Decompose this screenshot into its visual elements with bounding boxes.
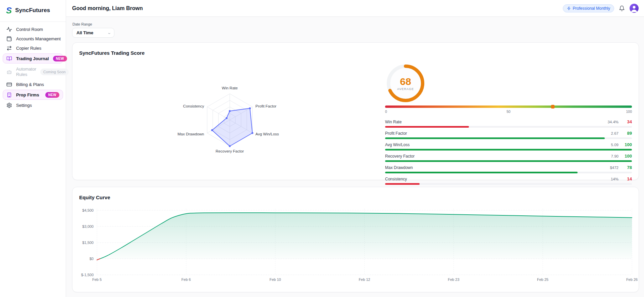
swap-arrows-icon [6,45,12,51]
svg-text:Profit Factor: Profit Factor [256,104,277,108]
metric-row-recovery-factor: Recovery Factor7.90100 [385,154,632,162]
metric-value: 34.4% [607,120,619,124]
score-panel: 68AVERAGE 0 50 100 Win Rate34.4%34Profit… [385,63,632,188]
metric-bar [385,137,632,139]
open-book-icon [6,56,12,61]
svg-text:Feb 12: Feb 12 [359,278,370,282]
sidebar-item-label: Control Room [16,27,43,32]
metric-score: 100 [623,154,632,159]
metric-row-avg-win-loss: Avg Win/Loss5.09100 [385,142,632,151]
metric-name: Consistency [385,177,611,181]
sidebar-item-control-room[interactable]: Control Room [3,25,63,34]
sidebar-item-accounts-management[interactable]: Accounts Management [3,34,63,43]
notifications-button[interactable] [619,5,625,11]
score-marker [551,105,555,109]
sidebar-item-label: Accounts Management [16,36,61,41]
sidebar-item-label: Copier Rules [16,46,41,51]
metric-name: Win Rate [385,120,607,124]
trading-score-title: SyncFutures Trading Score [79,50,145,56]
user-icon [630,4,639,13]
metric-score: 14 [623,176,632,181]
svg-text:Feb 25: Feb 25 [537,278,548,282]
sidebar-item-label: Settings [16,103,32,108]
sidebar-item-label: Trading Journal [16,56,49,61]
metric-row-consistency: Consistency14%14 [385,176,632,185]
svg-text:Max Drawdown: Max Drawdown [177,132,204,136]
building-icon [6,92,12,98]
score-metrics: Win Rate34.4%34Profit Factor2.6789Avg Wi… [385,119,632,185]
new-badge: NEW [53,56,67,61]
svg-text:$0: $0 [90,257,94,261]
svg-text:$1,500: $1,500 [82,241,94,245]
sidebar-item-prop-firms[interactable]: Prop FirmsNEW [3,90,63,100]
metric-value: 5.09 [611,143,619,147]
metric-bar [385,160,632,162]
svg-text:Recovery Factor: Recovery Factor [216,149,244,153]
metric-name: Profit Factor [385,131,611,136]
sidebar-item-trading-journal[interactable]: Trading JournalNEW [3,53,63,63]
avatar[interactable] [630,4,639,13]
svg-text:$3,000: $3,000 [82,224,94,228]
svg-text:68: 68 [400,76,411,87]
score-scale-labels: 0 50 100 [385,110,632,114]
metric-value: $472 [610,166,619,170]
svg-text:Consistency: Consistency [183,104,204,108]
svg-text:Feb 5: Feb 5 [92,278,102,282]
metric-value: 14% [611,177,619,181]
metric-name: Avg Win/Loss [385,142,611,147]
metric-name: Max Drawdown [385,165,610,170]
coming-soon-badge: Coming Soon [40,69,69,75]
sidebar-item-billing-plans[interactable]: Billing & Plans [3,80,63,89]
topbar-actions: Professional Monthly [563,4,639,13]
svg-text:Win Rate: Win Rate [222,86,237,90]
metric-name: Recovery Factor [385,154,611,159]
metric-value: 7.90 [611,154,619,158]
metric-row-max-drawdown: Max Drawdown$47278 [385,165,632,173]
metric-bar [385,172,632,173]
scale-min: 0 [385,110,387,114]
activity-icon [6,27,12,32]
trading-score-card: SyncFutures Trading Score Win RateProfit… [72,42,639,180]
metric-row-win-rate: Win Rate34.4%34 [385,119,632,128]
svg-text:Avg Win/Loss: Avg Win/Loss [256,132,279,136]
score-scale-bar [385,105,632,108]
svg-text:Feb 10: Feb 10 [269,278,281,282]
bell-icon [619,5,625,11]
sidebar-item-label: Prop Firms [16,92,39,97]
metric-bar [385,149,632,151]
metric-row-profit-factor: Profit Factor2.6789 [385,131,632,139]
metric-score: 89 [623,131,632,136]
sidebar-item-label: Automator Rules [16,67,36,78]
score-gauge: 68AVERAGE [385,63,426,104]
brand-name: SyncFutures [15,7,50,14]
plan-badge[interactable]: Professional Monthly [563,4,614,12]
content: Date Range All Time ⌄ SyncFutures Tradin… [66,17,644,292]
date-range-select[interactable]: All Time ⌄ [72,28,114,38]
svg-text:AVERAGE: AVERAGE [397,87,414,91]
svg-text:Feb 6: Feb 6 [181,278,191,282]
sidebar-item-label: Billing & Plans [16,82,44,87]
brand-logo-icon: S [6,7,12,14]
page-title: Good morning, Liam Brown [72,5,143,11]
main-area: Good morning, Liam Brown Professional Mo… [66,0,644,297]
new-badge: NEW [45,92,59,98]
sidebar-item-settings[interactable]: Settings [3,100,63,110]
svg-text:Feb 23: Feb 23 [448,278,459,282]
metric-bar [385,126,632,128]
equity-chart: $4,500$3,000$1,500$0$-1,500Feb 5Feb 6Feb… [72,206,639,288]
scale-mid: 50 [506,110,511,114]
date-range-label: Date Range [72,22,639,26]
metric-score: 78 [623,165,632,170]
date-range-value: All Time [76,30,93,35]
sidebar-item-copier-rules[interactable]: Copier Rules [3,43,63,53]
metric-score: 34 [623,119,632,124]
metric-score: 100 [623,142,632,147]
robot-icon [6,69,12,75]
chevron-down-icon: ⌄ [107,31,111,35]
equity-curve-card: Equity Curve $4,500$3,000$1,500$0$-1,500… [72,187,639,292]
sidebar-nav: Control RoomAccounts ManagementCopier Ru… [0,22,66,113]
metric-value: 2.67 [611,131,619,135]
app-root: S SyncFutures Control RoomAccounts Manag… [0,0,644,297]
credit-card-icon [6,82,12,87]
svg-text:Feb 26: Feb 26 [626,278,638,282]
